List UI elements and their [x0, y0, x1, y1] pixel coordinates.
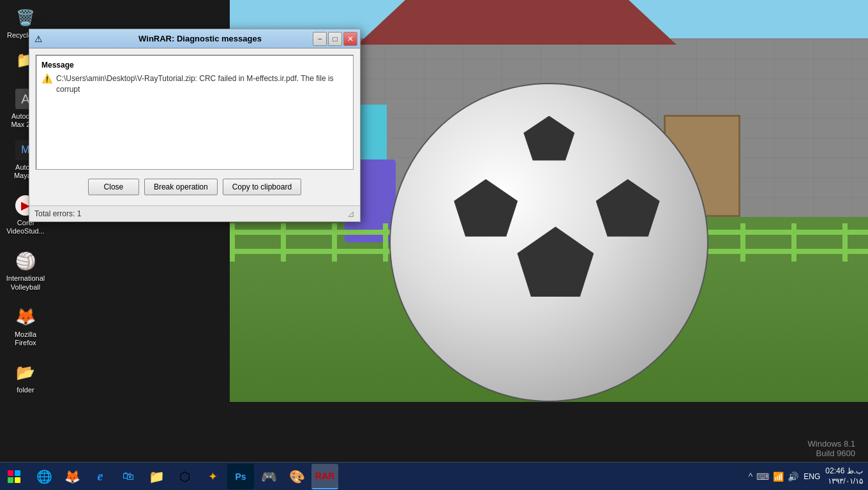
os-name: Windows 8.1	[808, 439, 855, 449]
titlebar-warning-icon: ⚠	[34, 34, 43, 44]
taskbar-app-app1[interactable]: ✦	[199, 464, 226, 489]
message-row: ⚠️ C:\Users\amin\Desktop\V-RayTutorial.z…	[41, 73, 348, 95]
taskbar-right: ^ ⌨ 📶 🔊 ENG 02:46 ب.ظ ۱۳۹۳/۰۱/۱۵	[744, 466, 868, 486]
time-display: 02:46 ب.ظ	[825, 466, 863, 477]
taskbar-apps: 🌐 🦊 e 🛍 📁 ⬡ ✦ Ps 🎮 🎨 RAR	[28, 464, 744, 489]
firefox-icon: 🦊	[13, 305, 38, 329]
taskbar-app-paint[interactable]: 🎨	[283, 464, 310, 489]
message-header: Message	[41, 61, 348, 70]
expand-tray-icon[interactable]: ^	[749, 471, 753, 482]
status-bar: Total errors: 1 ⊿	[29, 205, 360, 221]
dialog-buttons: Close Break operation Copy to clipboard	[36, 176, 354, 199]
desktop-icon-folder-open[interactable]: 📂 folder	[3, 358, 48, 397]
dialog-window-controls: − □ ✕	[313, 32, 357, 46]
minimize-button[interactable]: −	[313, 32, 327, 46]
network-icon[interactable]: 📶	[773, 471, 784, 482]
windows-logo-icon	[8, 470, 20, 483]
os-version: Windows 8.1 Build 9600	[808, 439, 855, 458]
recycle-bin-icon: 🗑️	[13, 6, 38, 30]
volleyball-label: International Volleyball	[6, 274, 45, 291]
dialog-close-button[interactable]: ✕	[343, 32, 357, 46]
message-area[interactable]: Message ⚠️ C:\Users\amin\Desktop\V-RayTu…	[36, 55, 354, 170]
close-button[interactable]: Close	[88, 179, 139, 195]
volleyball-icon: 🏐	[13, 249, 38, 273]
dialog-titlebar: ⚠ WinRAR: Diagnostic messages − □ ✕	[29, 29, 360, 48]
restore-button[interactable]: □	[328, 32, 342, 46]
dialog-body: Message ⚠️ C:\Users\amin\Desktop\V-RayTu…	[29, 48, 360, 205]
winrar-dialog: ⚠ WinRAR: Diagnostic messages − □ ✕ Mess…	[29, 29, 361, 222]
break-operation-button[interactable]: Break operation	[144, 179, 218, 195]
desktop-icon-firefox[interactable]: 🦊 Mozilla Firefox	[3, 302, 48, 350]
folder-open-label: folder	[17, 386, 34, 394]
message-text: C:\Users\amin\Desktop\V-RayTutorial.zip:…	[56, 73, 348, 95]
system-tray-icons: ^ ⌨ 📶 🔊	[749, 471, 799, 482]
os-build: Build 9600	[808, 449, 855, 458]
taskbar: 🌐 🦊 e 🛍 📁 ⬡ ✦ Ps 🎮 🎨 RAR ^ ⌨ 📶 🔊 ENG 02:…	[0, 462, 868, 490]
soccer-ball	[389, 83, 708, 402]
taskbar-app-explorer[interactable]: 📁	[143, 464, 170, 489]
resize-handle-icon[interactable]: ⊿	[347, 209, 355, 219]
taskbar-app-photoshop[interactable]: Ps	[227, 464, 254, 489]
copy-to-clipboard-button[interactable]: Copy to clipboard	[223, 179, 301, 195]
taskbar-app-sketchup[interactable]: ⬡	[171, 464, 198, 489]
date-display: ۱۳۹۳/۰۱/۱۵	[825, 477, 863, 487]
desktop: 🗑️ Recycle Bin 📁 A Autode... Max 20... M…	[0, 0, 868, 490]
taskbar-app-chrome[interactable]: 🌐	[31, 464, 57, 489]
clock[interactable]: 02:46 ب.ظ ۱۳۹۳/۰۱/۱۵	[825, 466, 863, 486]
roof	[357, 0, 677, 45]
language-label[interactable]: ENG	[804, 472, 820, 481]
firefox-label: Mozilla Firefox	[6, 330, 45, 347]
taskbar-app-store[interactable]: 🛍	[115, 464, 142, 489]
dialog-overlay: ⚠ WinRAR: Diagnostic messages − □ ✕ Mess…	[29, 29, 361, 222]
desktop-icon-volleyball[interactable]: 🏐 International Volleyball	[3, 246, 48, 293]
volume-icon[interactable]: 🔊	[788, 471, 798, 482]
taskbar-app-firefox[interactable]: 🦊	[59, 464, 86, 489]
taskbar-app-winrar[interactable]: RAR	[311, 464, 338, 489]
start-button[interactable]	[0, 463, 28, 491]
dialog-title: WinRAR: Diagnostic messages	[45, 34, 355, 43]
folder-open-icon: 📂	[13, 360, 38, 385]
status-label: Total errors: 1	[34, 209, 81, 218]
taskbar-app-game[interactable]: 🎮	[255, 464, 282, 489]
keyboard-icon[interactable]: ⌨	[756, 471, 769, 482]
message-warning-icon: ⚠️	[41, 73, 52, 84]
taskbar-app-ie[interactable]: e	[87, 464, 114, 489]
